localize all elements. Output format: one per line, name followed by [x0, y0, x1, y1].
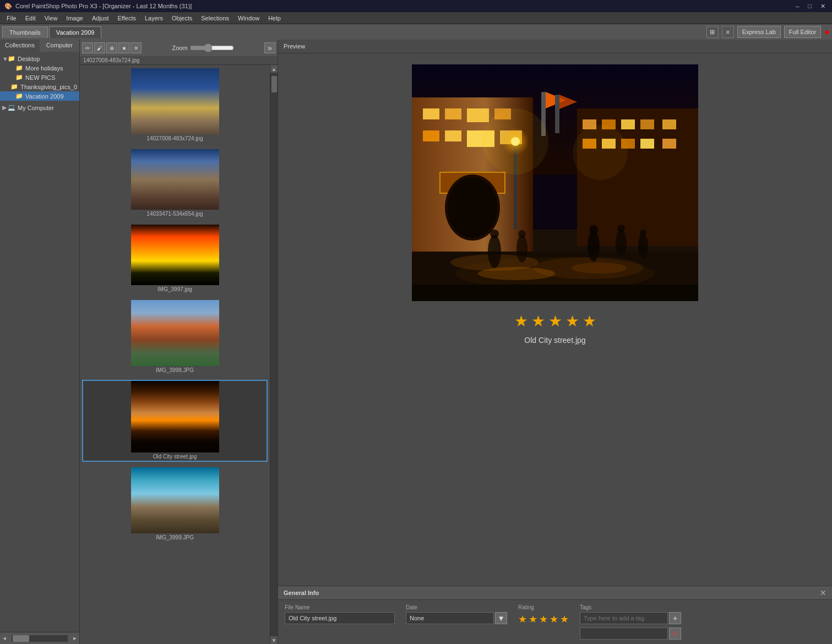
tree-expand-my-computer[interactable]: ▶ [2, 104, 8, 111]
menu-selections[interactable]: Selections [197, 14, 233, 23]
thumbnail-scrollbar[interactable]: ▲ ▼ [270, 65, 278, 644]
info-panel: General Info ✕ File Name Date ▼ Rating [278, 586, 832, 644]
tab-vacation-2009[interactable]: Vacation 2009 [49, 26, 102, 38]
tree-item-vacation-2009[interactable]: 📁 Vacation 2009 [0, 91, 79, 101]
corel-logo-icon: ● [824, 27, 830, 37]
tab-bar-left: Thumbnails Vacation 2009 [2, 26, 101, 38]
info-star-1[interactable]: ★ [518, 613, 527, 625]
thumbnail-item-4[interactable]: IMG_3998.JPG [82, 299, 268, 375]
thumb-scroll-thumb [271, 76, 277, 92]
svg-point-44 [490, 230, 499, 238]
brush-tool[interactable]: 🖌 [94, 42, 105, 53]
thumbnail-caption-6: IMG_3999.JPG [83, 533, 267, 542]
preview-rating-stars[interactable]: ★ ★ ★ ★ ★ [514, 312, 596, 330]
info-date-field: Date ▼ [406, 604, 507, 624]
scroll-right-arrow[interactable]: ► [70, 635, 79, 641]
thumbnail-caption-4: IMG_3998.JPG [83, 366, 267, 374]
tree-item-desktop[interactable]: ▼ 📁 Desktop [0, 54, 79, 63]
menu-image[interactable]: Image [62, 14, 88, 23]
info-star-5[interactable]: ★ [560, 613, 569, 625]
zoom-slider[interactable] [190, 44, 234, 52]
tree-item-thanksgiving[interactable]: 📁 Thanksgiving_pics_0 [0, 82, 79, 91]
thumbnail-item-6[interactable]: IMG_3999.JPG [82, 466, 268, 543]
maximize-button[interactable]: □ [806, 3, 814, 10]
info-tag-input-1[interactable] [580, 612, 668, 624]
express-lab-button[interactable]: Express Lab [737, 26, 781, 38]
tree-expand-desktop[interactable]: ▼ [2, 56, 8, 62]
menu-adjust[interactable]: Adjust [88, 14, 113, 23]
info-star-3[interactable]: ★ [539, 613, 548, 625]
menu-effects[interactable]: Effects [113, 14, 140, 23]
thumbnail-item-5[interactable]: Old City street.jpg [82, 380, 268, 462]
wand-tool[interactable]: ★ [118, 42, 129, 53]
more-holidays-folder-icon: 📁 [15, 64, 23, 72]
info-panel-content: File Name Date ▼ Rating ★ ★ ★ [278, 600, 832, 644]
panel-tab-computer[interactable]: Computer [40, 40, 79, 52]
preview-star-4[interactable]: ★ [565, 312, 579, 330]
preview-header: Preview [278, 40, 832, 53]
menu-edit[interactable]: Edit [21, 14, 40, 23]
thumbnail-item-3[interactable]: IMG_3997.jpg [82, 223, 268, 294]
thumbnail-list: 14027008-483x724.jpg 14033471-534x654.jp… [80, 65, 270, 644]
thumbnail-item-1[interactable]: 14027008-483x724.jpg [82, 67, 268, 144]
info-rating-stars[interactable]: ★ ★ ★ ★ ★ [518, 613, 569, 625]
thumbnail-item-2[interactable]: 14033471-534x654.jpg [82, 148, 268, 219]
info-date-label: Date [406, 604, 507, 610]
panel-tabs: Collections Computer [0, 40, 79, 52]
svg-point-50 [617, 225, 625, 232]
preview-area: BAR [278, 53, 832, 586]
menu-objects[interactable]: Objects [167, 14, 197, 23]
info-tag-input-2[interactable] [580, 627, 668, 640]
thumbnail-filename: 14027008-483x724.jpg [80, 56, 278, 65]
preview-star-1[interactable]: ★ [514, 312, 528, 330]
preview-panel: Preview [278, 40, 832, 644]
full-editor-button[interactable]: Full Editor [784, 26, 822, 38]
menu-layers[interactable]: Layers [140, 14, 167, 23]
preview-star-3[interactable]: ★ [548, 312, 562, 330]
scroll-up-arrow[interactable]: ▲ [270, 65, 278, 73]
window-title: Corel PaintShop Photo Pro X3 - [Organize… [15, 3, 192, 9]
tree-item-my-computer[interactable]: ▶ 💻 My Computer [0, 103, 79, 112]
tree-item-more-holidays[interactable]: 📁 More holidays [0, 63, 79, 73]
menu-help[interactable]: Help [264, 14, 285, 23]
svg-point-46 [518, 230, 526, 238]
info-date-picker-button[interactable]: ▼ [495, 612, 507, 624]
tab-bar: Thumbnails Vacation 2009 ⊞ ≡ Express Lab… [0, 24, 832, 40]
info-tag-row-2: ✕ [580, 627, 681, 640]
close-button[interactable]: ✕ [818, 3, 828, 10]
thumbnail-content: 14027008-483x724.jpg 14033471-534x654.jp… [80, 65, 278, 644]
grid-view-button[interactable]: ⊞ [706, 26, 719, 38]
info-filename-input[interactable] [285, 612, 395, 624]
info-filename-field: File Name [285, 604, 395, 624]
tab-thumbnails[interactable]: Thumbnails [2, 26, 48, 38]
list-view-button[interactable]: ≡ [722, 26, 734, 38]
info-tag-add-button[interactable]: + [669, 612, 681, 624]
menu-view[interactable]: View [40, 14, 62, 23]
info-panel-close-button[interactable]: ✕ [820, 588, 826, 597]
pencil-tool[interactable]: ✏ [82, 42, 93, 53]
info-star-2[interactable]: ★ [529, 613, 537, 625]
info-star-4[interactable]: ★ [550, 613, 558, 625]
expand-panel-button[interactable]: » [264, 42, 275, 53]
minimize-button[interactable]: – [793, 3, 801, 10]
tree-label-desktop: Desktop [18, 56, 40, 62]
panel-tab-collections[interactable]: Collections [0, 40, 40, 52]
tree-label-vacation-2009: Vacation 2009 [25, 93, 64, 100]
info-tag-clear-button[interactable]: ✕ [669, 627, 681, 640]
close-tool[interactable]: ✕ [130, 42, 142, 53]
scroll-left-arrow[interactable]: ◄ [0, 635, 9, 641]
tree-item-new-pics[interactable]: 📁 NEW PICS [0, 73, 79, 82]
info-tag-row-1: + [580, 612, 681, 624]
stamp-tool[interactable]: ⊕ [106, 42, 117, 53]
preview-filename: Old City street.jpg [524, 336, 585, 345]
title-bar-controls[interactable]: – □ ✕ [793, 3, 828, 10]
info-date-input[interactable] [406, 612, 494, 624]
preview-star-5[interactable]: ★ [583, 312, 596, 330]
main-area: Collections Computer ▼ 📁 Desktop 📁 More … [0, 40, 832, 644]
preview-star-2[interactable]: ★ [531, 312, 545, 330]
info-tags-label: Tags [580, 604, 681, 610]
menu-window[interactable]: Window [233, 14, 264, 23]
scroll-down-arrow[interactable]: ▼ [270, 636, 278, 644]
left-panel-scrollbar[interactable]: ◄ ► [0, 632, 79, 644]
menu-file[interactable]: File [2, 14, 21, 23]
